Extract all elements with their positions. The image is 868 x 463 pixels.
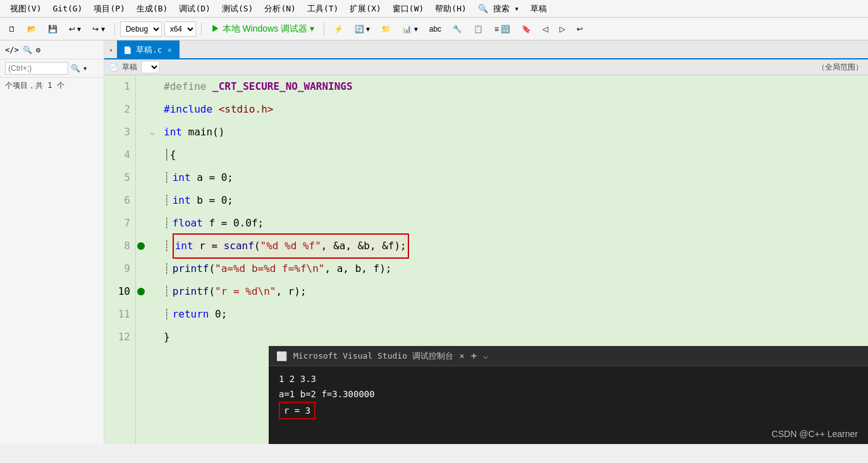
fold-10	[146, 280, 159, 303]
toolbar-btn-10[interactable]: ▷	[555, 23, 570, 35]
toolbar-btn-11[interactable]: ↩	[572, 23, 587, 35]
toolbar-btn-3[interactable]: 📁	[377, 23, 395, 35]
bp-6	[136, 189, 146, 212]
bp-10	[136, 280, 146, 303]
code-indent: ┊	[164, 212, 170, 235]
fold-1	[146, 75, 159, 98]
code-indent: ┊	[164, 189, 170, 212]
fold-6	[146, 189, 159, 212]
line-num-3: 3	[109, 121, 130, 144]
code-indent: ┊	[164, 166, 170, 189]
code-token: int	[173, 189, 191, 212]
sidebar-info: 个项目，共 1 个	[0, 78, 104, 94]
toolbar-btn-8[interactable]: ≡ 🔢	[490, 23, 515, 35]
fold-5	[146, 166, 159, 189]
code-token: {	[170, 144, 176, 166]
code-token: }	[164, 326, 170, 349]
redo-button[interactable]: ↪ ▾	[88, 23, 109, 35]
toolbar-btn-2[interactable]: 🔄 ▾	[350, 23, 374, 35]
menubar: 视图(V) Git(G) 项目(P) 生成(B) 调试(D) 测试(S) 分析(…	[0, 0, 868, 18]
toolbar-btn-5[interactable]: abc	[425, 23, 446, 35]
code-token: "%d %d %f"	[260, 235, 321, 257]
code-indent: ┊	[164, 257, 170, 280]
code-line-8: ┊ int r = scanf("%d %d %f", &a, &b, &f);	[164, 235, 863, 257]
bp-9	[136, 257, 146, 280]
code-indent: ┊	[164, 280, 170, 303]
sidebar-search: 🔍 ▾	[0, 59, 104, 78]
code-token: (	[209, 257, 215, 280]
bp-3	[136, 121, 146, 144]
menu-tools[interactable]: 工具(T)	[302, 2, 343, 16]
fold-12	[146, 326, 159, 349]
editor-area: ◂ 📄 草稿.c ✕ 📄 草稿 （全局范围） 1 2 3 4 5	[104, 40, 868, 444]
code-line-10: ┊ printf("r = %d\n", r);	[164, 280, 863, 303]
breakpoint-dot-8	[137, 242, 145, 250]
menu-test[interactable]: 测试(S)	[217, 2, 258, 16]
menu-git[interactable]: Git(G)	[47, 3, 87, 15]
code-token: , a, b, f);	[324, 257, 391, 280]
settings-icon: ⚙	[36, 46, 40, 54]
code-token: return	[173, 303, 209, 326]
code-token: a = 0;	[191, 166, 233, 189]
code-line-5: ┊ int a = 0;	[164, 166, 863, 189]
fold-7	[146, 212, 159, 235]
bp-7	[136, 212, 146, 235]
code-line-4: │{	[164, 144, 863, 166]
code-indent: ┊	[164, 303, 170, 326]
code-token: │	[164, 144, 170, 166]
tab-filename: 草稿.c	[136, 44, 162, 56]
toolbar-btn-9[interactable]: ◁	[538, 23, 553, 35]
menu-draft[interactable]: 草稿	[525, 2, 552, 16]
code-token: #include	[164, 98, 219, 121]
scope-select[interactable]	[141, 61, 160, 73]
code-token: f = 0.0f;	[203, 212, 264, 235]
bp-4	[136, 144, 146, 166]
new-file-button[interactable]: 🗋	[4, 23, 20, 35]
open-button[interactable]: 📂	[23, 23, 41, 35]
scope-label: 草稿	[122, 62, 137, 73]
tab-close-button[interactable]: ✕	[166, 44, 173, 56]
line-num-6: 6	[109, 189, 130, 212]
code-token: r =	[193, 235, 224, 257]
code-line-1: #define _CRT_SECURE_NO_WARNINGS	[164, 75, 863, 98]
toolbar-btn-7[interactable]: 📋	[469, 23, 487, 35]
code-token: b = 0;	[191, 189, 233, 212]
tab-dropdown[interactable]: ◂	[104, 40, 117, 58]
save-button[interactable]: 💾	[44, 23, 62, 35]
terminal-icon: ⬜	[276, 351, 287, 361]
bp-2	[136, 98, 146, 121]
menu-debug[interactable]: 调试(D)	[174, 2, 215, 16]
menu-search[interactable]: 🔍 搜索 ▾	[473, 2, 524, 16]
terminal-chevron-button[interactable]: ⌵	[483, 351, 488, 361]
toolbar-btn-1[interactable]: ⚡	[329, 23, 348, 35]
sidebar-search-input[interactable]	[5, 62, 68, 75]
debug-config-select[interactable]: Debug	[120, 22, 162, 37]
toolbar-btn-4[interactable]: 📊 ▾	[398, 23, 422, 35]
terminal-add-button[interactable]: +	[471, 350, 477, 362]
platform-select[interactable]: x64	[164, 22, 196, 37]
undo-button[interactable]: ↩ ▾	[64, 23, 85, 35]
terminal-highlighted-output: r = 3	[279, 402, 315, 419]
menu-build[interactable]: 生成(B)	[131, 2, 173, 16]
terminal-close-button[interactable]: ✕	[460, 351, 465, 361]
menu-help[interactable]: 帮助(H)	[430, 2, 471, 16]
run-button[interactable]: ▶ 本地 Windows 调试器 ▾	[207, 22, 319, 37]
bookmark-button[interactable]: 🔖	[517, 23, 535, 35]
menu-window[interactable]: 窗口(W)	[388, 2, 429, 16]
fold-2	[146, 98, 159, 121]
sidebar: </> 🔍 ⚙ 🔍 ▾ 个项目，共 1 个	[0, 40, 104, 444]
menu-analyze[interactable]: 分析(N)	[259, 2, 300, 16]
line-num-1: 1	[109, 75, 130, 98]
code-line-2: #include <stdio.h>	[164, 98, 863, 121]
menu-extensions[interactable]: 扩展(X)	[345, 2, 386, 16]
bp-5	[136, 166, 146, 189]
toolbar-btn-6[interactable]: 🔧	[448, 23, 467, 35]
line-num-5: 5	[109, 166, 130, 189]
breakpoint-dot-10	[137, 288, 145, 295]
toolbar: 🗋 📂 💾 ↩ ▾ ↪ ▾ Debug x64 ▶ 本地 Windows 调试器…	[0, 18, 868, 40]
fold-3[interactable]: ⌵	[146, 121, 159, 144]
tab-draft[interactable]: 📄 草稿.c ✕	[117, 40, 180, 58]
menu-project[interactable]: 项目(P)	[89, 2, 130, 16]
menu-view[interactable]: 视图(V)	[5, 2, 46, 16]
toolbar-divider-2	[201, 23, 202, 35]
